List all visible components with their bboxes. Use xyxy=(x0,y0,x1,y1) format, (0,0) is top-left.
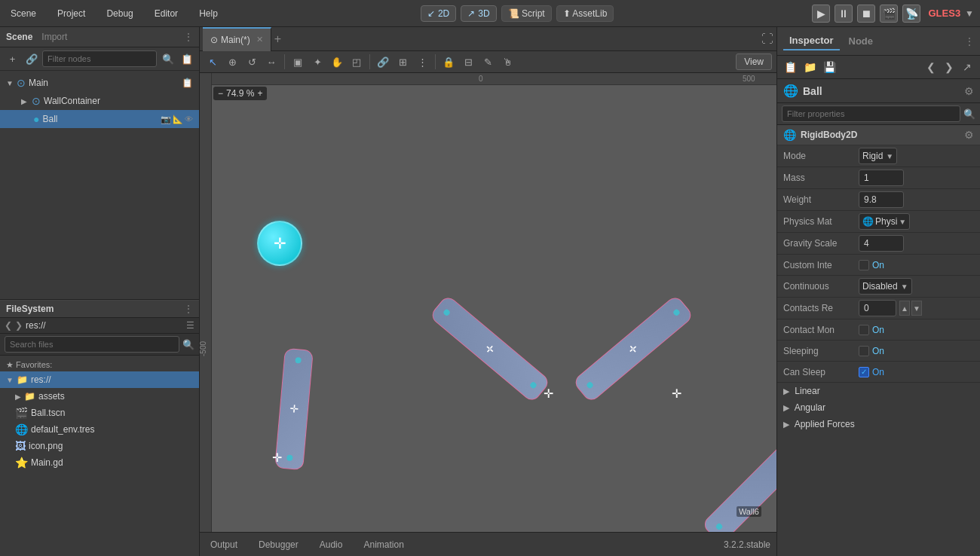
play-button[interactable]: ▶ xyxy=(812,5,830,23)
inspector-extra[interactable]: ↗ xyxy=(959,59,975,75)
assetlib-button[interactable]: ⬆ AssetLib xyxy=(556,5,614,22)
stop-button[interactable]: ⏹ xyxy=(857,5,875,23)
more-tool[interactable]: ⋮ xyxy=(414,53,430,70)
editor-viewport[interactable]: 0 500 -500 − 74.9 % + ✛ xyxy=(200,73,776,532)
inspector-menu[interactable]: ⋮ xyxy=(965,36,974,47)
fs-item-default-env[interactable]: 🌐 default_env.tres xyxy=(0,421,199,438)
script-button[interactable]: 📜 Script xyxy=(501,5,552,22)
fs-item-assets[interactable]: ▶ 📁 assets xyxy=(0,388,199,405)
tree-node-ball[interactable]: ● Ball 📷 📐 👁 xyxy=(0,110,199,128)
inspector-save-btn[interactable]: 💾 xyxy=(821,59,838,75)
wall-diagonal-br[interactable] xyxy=(701,439,776,532)
prop-mode-dropdown[interactable]: Rigid ▼ xyxy=(859,148,897,164)
animation-tab[interactable]: Animation xyxy=(359,536,408,553)
tree-node-wallcontainer[interactable]: ▶ ⊙ WallContainer xyxy=(0,92,199,110)
maximize-viewport-button[interactable]: ⛶ xyxy=(761,32,773,46)
debugger-tab[interactable]: Debugger xyxy=(254,536,303,553)
prop-gravity-input[interactable] xyxy=(859,235,904,252)
fs-item-ball-tscn[interactable]: 🎬 Ball.tscn xyxy=(0,405,199,421)
scene-extra-button[interactable]: 📋 xyxy=(179,50,194,67)
menu-help[interactable]: Help xyxy=(194,5,222,22)
link-node-button[interactable]: 🔗 xyxy=(23,50,39,67)
view-label-button[interactable]: View xyxy=(736,53,772,70)
ruler-vertical: -500 xyxy=(200,73,212,532)
prop-contactsre-input[interactable] xyxy=(859,300,896,316)
section-linear[interactable]: ▶ Linear xyxy=(777,383,980,399)
tab-add-button[interactable]: + xyxy=(274,32,281,46)
bone-tool[interactable]: 🔗 xyxy=(375,53,391,70)
rect-tool[interactable]: ◰ xyxy=(348,53,365,70)
stepper-down[interactable]: ▼ xyxy=(911,301,922,316)
inspector-history-btn[interactable]: 📋 xyxy=(782,59,798,75)
view-3d-button[interactable]: ↗ 3D xyxy=(461,5,496,22)
import-tab[interactable]: Import xyxy=(37,30,72,44)
stepper-up[interactable]: ▲ xyxy=(899,301,910,316)
filter-nodes-input[interactable] xyxy=(42,50,157,67)
move-tool[interactable]: ⊕ xyxy=(224,53,240,70)
select-tool[interactable]: ↖ xyxy=(204,53,221,70)
filter-search-icon[interactable]: 🔍 xyxy=(160,50,176,67)
scene-panel-menu[interactable]: ⋮ xyxy=(184,32,193,42)
rigidbody2d-settings[interactable]: ⚙ xyxy=(964,129,974,141)
edit-tool[interactable]: ✎ xyxy=(479,53,496,70)
sleeping-checkbox[interactable] xyxy=(859,346,869,356)
section-angular[interactable]: ▶ Angular xyxy=(777,399,980,416)
fs-item-main-gd[interactable]: ⭐ Main.gd xyxy=(0,454,199,471)
fs-view-toggle[interactable]: ☰ xyxy=(186,320,194,331)
cursor-tool[interactable]: 🖱 xyxy=(499,53,516,70)
menu-debug[interactable]: Debug xyxy=(102,5,137,22)
cansleep-checkbox[interactable]: ✓ xyxy=(859,367,869,377)
lock2-tool[interactable]: 🔒 xyxy=(440,53,457,70)
node-tab[interactable]: Node xyxy=(843,32,880,50)
prop-physicsmat-dropdown[interactable]: 🌐 Physi ▼ xyxy=(859,213,910,230)
inspector-tab[interactable]: Inspector xyxy=(783,32,840,50)
audio-tab[interactable]: Audio xyxy=(315,536,348,553)
menu-scene[interactable]: Scene xyxy=(6,5,41,22)
tab-close-button[interactable]: ✕ xyxy=(256,35,263,44)
linear-arrow: ▶ xyxy=(783,386,789,396)
lock-tool[interactable]: ✦ xyxy=(309,53,326,70)
tree-node-main[interactable]: ▼ ⊙ Main 📋 xyxy=(0,74,199,92)
group-tool[interactable]: ⊟ xyxy=(460,53,476,70)
ball-icon-2: 📐 xyxy=(173,115,183,124)
view-2d-button[interactable]: ↙ 2D xyxy=(421,5,456,22)
rotate-tool[interactable]: ↺ xyxy=(243,53,260,70)
contactmon-checkbox[interactable] xyxy=(859,325,869,335)
main-node-badge: 📋 xyxy=(182,78,193,88)
section-applied-forces[interactable]: ▶ Applied Forces xyxy=(777,416,980,432)
snap-tool[interactable]: ▣ xyxy=(289,53,306,70)
fs-menu[interactable]: ⋮ xyxy=(184,304,193,314)
main-layout: Scene Import ⋮ + 🔗 🔍 📋 ▼ ⊙ Main 📋 xyxy=(0,27,980,556)
movie-button[interactable]: 🎬 xyxy=(880,5,898,23)
fs-search-input[interactable] xyxy=(5,336,179,353)
inspector-forward[interactable]: ❯ xyxy=(941,59,957,75)
inspector-back[interactable]: ❮ xyxy=(923,59,939,75)
ball-object[interactable]: ✛ xyxy=(257,221,302,266)
wall-vertical-left[interactable]: ✛ xyxy=(274,348,314,471)
grid-tool[interactable]: ⊞ xyxy=(394,53,411,70)
gles-dropdown[interactable]: ▼ xyxy=(965,8,974,19)
pause-button[interactable]: ⏸ xyxy=(835,5,853,23)
menu-project[interactable]: Project xyxy=(53,5,90,22)
scale-tool[interactable]: ↔ xyxy=(263,53,280,70)
prop-weight-input[interactable] xyxy=(859,191,904,208)
fs-item-icon[interactable]: 🖼 icon.png xyxy=(0,438,199,454)
menu-editor[interactable]: Editor xyxy=(150,5,182,22)
prop-mass-input[interactable] xyxy=(859,170,904,186)
inspector-folder-btn[interactable]: 📁 xyxy=(801,59,818,75)
wall-diagonal-left[interactable]: ✛ xyxy=(429,295,551,404)
prop-continuous-dropdown[interactable]: Disabled ▼ xyxy=(859,278,912,295)
node-settings-btn[interactable]: ⚙ xyxy=(964,85,974,97)
filter-props-input[interactable] xyxy=(782,105,960,122)
add-node-button[interactable]: + xyxy=(5,50,20,67)
fs-nav-back[interactable]: ❮ xyxy=(5,320,12,331)
wall-diagonal-right[interactable]: ✛ xyxy=(572,295,694,404)
fs-item-res[interactable]: ▼ 📁 res:// xyxy=(0,371,199,388)
editor-tab-main[interactable]: ⊙ Main(*) ✕ xyxy=(203,27,271,51)
pan-tool[interactable]: ✋ xyxy=(329,53,345,70)
output-tab[interactable]: Output xyxy=(206,536,242,553)
remote-button[interactable]: 📡 xyxy=(902,5,920,23)
rigidbody2d-header[interactable]: 🌐 RigidBody2D ⚙ xyxy=(777,125,980,145)
fs-nav-forward[interactable]: ❯ xyxy=(15,320,23,331)
custominte-checkbox[interactable] xyxy=(859,260,869,270)
